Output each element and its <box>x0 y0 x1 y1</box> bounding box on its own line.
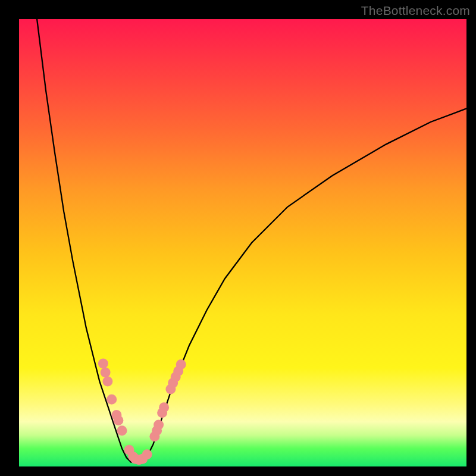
marker-dot <box>107 394 117 405</box>
marker-group <box>98 359 186 465</box>
right-branch <box>145 108 466 462</box>
marker-dot <box>101 368 111 378</box>
marker-dot <box>102 377 112 387</box>
marker-dot <box>98 359 108 369</box>
marker-dot <box>159 402 169 412</box>
marker-dot <box>154 420 164 430</box>
marker-dot <box>117 425 127 436</box>
plot-area <box>19 19 466 466</box>
marker-dot <box>176 359 186 369</box>
curve-layer <box>19 19 466 466</box>
marker-dot <box>142 449 152 459</box>
marker-dot <box>113 415 123 425</box>
watermark-text: TheBottleneck.com <box>361 4 470 18</box>
chart-frame: TheBottleneck.com <box>0 0 476 476</box>
left-branch <box>37 19 131 462</box>
curve-group <box>37 19 466 462</box>
